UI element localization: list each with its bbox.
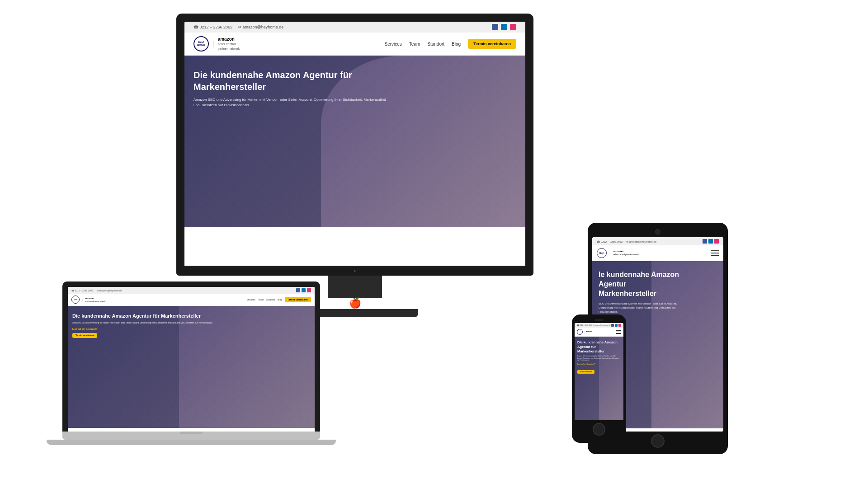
- laptop: ☎ 0212 – 2266 2862 ✉ amazon@heyhome.de: [62, 282, 336, 445]
- phone-hamburger[interactable]: [616, 330, 621, 334]
- tablet-email: ✉ amazon@heyhome.de: [626, 240, 656, 243]
- phone: ☎ 0212 – 2266 2862 ✉ amazon@heyhome.de H…: [572, 314, 626, 443]
- tablet-amazon-logo: amazon seller central partner network: [613, 250, 640, 256]
- scene: ☎ 0212 – 2266 2862 ✉ amazon@heyhome.de: [0, 0, 868, 488]
- amazon-logo: amazon seller centralpartner network: [218, 37, 240, 51]
- laptop-topbar-left: ☎ 0212 – 2266 2862 ✉ amazon@heyhome.de: [71, 289, 122, 292]
- phone-bezel: ☎ 0212 – 2266 2862 ✉ amazon@heyhome.de H…: [572, 314, 626, 443]
- tablet-logo-divider: |: [609, 251, 611, 256]
- laptop-hero-title: Die kundennahe Amazon Agentur für Marken…: [72, 313, 227, 319]
- hamburger-line-3: [711, 255, 719, 256]
- monitor-bottom-bar: ●: [176, 266, 533, 276]
- laptop-topbar: ☎ 0212 – 2266 2862 ✉ amazon@heyhome.de: [68, 287, 315, 294]
- topbar-right: [492, 24, 516, 30]
- linkedin-icon[interactable]: [501, 24, 507, 30]
- hero-title: Die kundennahe Amazon Agentur für Marken…: [193, 69, 387, 93]
- laptop-base: [47, 440, 336, 445]
- phone-ham-2: [616, 332, 621, 333]
- phone-hero-content: Die kundennahe Amazon Agentur für Marken…: [577, 340, 621, 374]
- tablet-hero-subtitle: SEO und Advertising für Marken mit Vendo…: [599, 302, 681, 314]
- phone-li-icon: [615, 324, 618, 327]
- laptop-navbar: Hey! | amazon seller central partner net…: [68, 294, 315, 306]
- nav-cta-button[interactable]: Termin vereinbaren: [468, 39, 516, 49]
- laptop-website: ☎ 0212 – 2266 2862 ✉ amazon@heyhome.de: [68, 287, 315, 432]
- hero-content: Die kundennahe Amazon Agentur für Marken…: [193, 69, 387, 108]
- laptop-logo: Hey! | amazon seller central partner net…: [71, 296, 105, 304]
- nav-team[interactable]: Team: [409, 42, 420, 47]
- topbar-email: ✉ amazon@heyhome.de: [238, 25, 283, 29]
- monitor-bezel: ☎ 0212 – 2266 2862 ✉ amazon@heyhome.de: [176, 14, 533, 266]
- tablet-camera: [655, 229, 660, 235]
- tablet-li-icon: [708, 239, 713, 244]
- tablet-ig-icon: [714, 239, 719, 244]
- laptop-touchpad-notch: [180, 432, 203, 434]
- phone-hero-cta-label: Lust auf ein Gespräch?: [577, 363, 621, 365]
- tablet-topbar-social: [703, 239, 719, 244]
- navbar: Hey!HOME | amazon seller centralpartner …: [184, 33, 525, 56]
- laptop-hero: Die kundennahe Amazon Agentur für Marken…: [68, 306, 315, 428]
- laptop-email: ✉ amazon@heyhome.de: [97, 289, 122, 292]
- monitor: ☎ 0212 – 2266 2862 ✉ amazon@heyhome.de: [176, 14, 533, 317]
- tablet-home-button[interactable]: [651, 434, 665, 448]
- tablet-logo-circle: Hey!: [597, 248, 607, 258]
- laptop-topbar-social: [296, 288, 311, 292]
- phone-hero: Die kundennahe Amazon Agentur für Marken…: [575, 337, 623, 420]
- phone-speaker: [594, 319, 604, 321]
- monitor-neck: [328, 276, 382, 298]
- laptop-screen: ☎ 0212 – 2266 2862 ✉ amazon@heyhome.de: [68, 287, 315, 432]
- phone-hero-title: Die kundennahe Amazon Agentur für Marken…: [577, 340, 621, 353]
- nav-services[interactable]: Services: [384, 42, 401, 47]
- desktop-website: ☎ 0212 – 2266 2862 ✉ amazon@heyhome.de: [184, 22, 525, 266]
- topbar: ☎ 0212 – 2266 2862 ✉ amazon@heyhome.de: [184, 22, 525, 33]
- phone-hero-cta-button[interactable]: Termin vereinbaren: [577, 370, 594, 374]
- laptop-phone: ☎ 0212 – 2266 2862: [71, 289, 93, 292]
- hero-subtitle: Amazon SEO und Advertising für Marken mi…: [193, 97, 387, 108]
- laptop-cta-button[interactable]: Termin vereinbaren: [285, 297, 311, 302]
- tablet-phone: ☎ 0212 – 2266 2862: [597, 240, 623, 243]
- laptop-amazon-logo: amazon seller central partner network: [85, 297, 105, 302]
- phone-amazon-name: amazon: [586, 331, 592, 333]
- phone-logo-divider: |: [584, 331, 585, 333]
- apple-logo: 🍎: [349, 297, 361, 309]
- phone-ig-icon: [618, 324, 621, 327]
- monitor-bottom-text: ●: [354, 269, 356, 273]
- laptop-nav-standort[interactable]: Standort: [266, 298, 275, 301]
- nav-blog[interactable]: Blog: [452, 42, 461, 47]
- laptop-nav-services[interactable]: Services: [247, 298, 255, 301]
- tablet-amazon-name: amazon: [613, 250, 623, 253]
- hamburger-menu[interactable]: [711, 250, 719, 256]
- phone-social: [611, 324, 621, 327]
- nav-standort[interactable]: Standort: [427, 42, 444, 47]
- phone-logo-circle: Hey!: [577, 329, 583, 335]
- laptop-hero-cta-label: Lust auf ein Gespräch?: [72, 328, 227, 330]
- tablet-logo: Hey! | amazon seller central partner net…: [597, 248, 640, 258]
- laptop-bottom: [62, 432, 320, 440]
- amazon-name: amazon: [218, 37, 235, 42]
- laptop-amazon-name: amazon: [85, 297, 94, 300]
- phone-amazon-logo: amazon: [586, 331, 592, 333]
- laptop-hero-content: Die kundennahe Amazon Agentur für Marken…: [72, 313, 227, 338]
- tablet-topbar-left: ☎ 0212 – 2266 2862 ✉ amazon@heyhome.de: [597, 240, 656, 243]
- hamburger-line-2: [711, 253, 719, 253]
- laptop-nav-team[interactable]: Team: [258, 298, 264, 301]
- phone-website: ☎ 0212 – 2266 2862 ✉ amazon@heyhome.de H…: [575, 323, 623, 420]
- phone-navbar: Hey! | amazon: [575, 328, 623, 337]
- instagram-icon[interactable]: [510, 24, 516, 30]
- phone-logo-text: Hey!: [579, 331, 581, 333]
- tablet-hero-title: le kundennahe Amazon AgenturMarkenherste…: [599, 270, 681, 298]
- tablet-amazon-sub: seller central partner network: [613, 253, 640, 256]
- laptop-bezel: ☎ 0212 – 2266 2862 ✉ amazon@heyhome.de: [62, 282, 320, 432]
- laptop-fb-icon: [296, 288, 300, 292]
- facebook-icon[interactable]: [492, 24, 498, 30]
- logo-divider: |: [212, 40, 214, 47]
- tablet-fb-icon: [703, 239, 707, 244]
- phone-topbar: ☎ 0212 – 2266 2862 ✉ amazon@heyhome.de: [575, 323, 623, 328]
- laptop-hero-cta-button[interactable]: Termin vereinbaren: [72, 333, 97, 338]
- laptop-logo-divider: |: [82, 298, 83, 302]
- laptop-amazon-sub: seller central partner network: [85, 300, 105, 302]
- laptop-nav-blog[interactable]: Blog: [278, 298, 282, 301]
- laptop-logo-circle: Hey!: [71, 296, 80, 304]
- laptop-li-icon: [302, 288, 306, 292]
- phone-home-button[interactable]: [593, 423, 605, 436]
- phone-logo: Hey! | amazon: [577, 329, 592, 335]
